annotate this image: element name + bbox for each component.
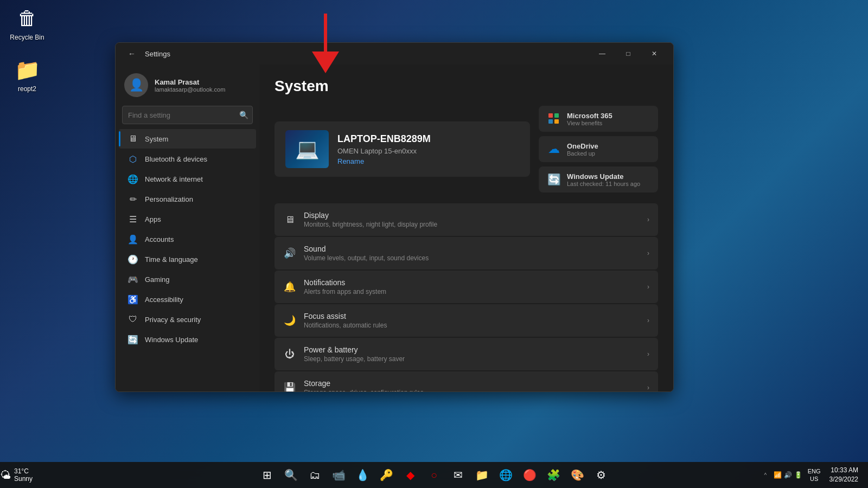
sidebar-label-accounts: Accounts [145,235,174,243]
onedrive-icon: ☁ [546,142,561,157]
weather-temp: 31°C [14,467,33,475]
sidebar-item-personalization[interactable]: ✏ Personalization [119,189,256,209]
settings-window: ← Settings — □ ✕ 👤 Kamal Prasat lamaktas… [115,42,674,392]
system-icon: 🖥 [127,133,138,144]
battery-sys-icon[interactable]: 🔋 [794,471,802,479]
taskbar-mail[interactable]: ✉ [447,464,469,486]
winupdate-title: Windows Update [567,172,640,181]
notifications-desc: Alerts from apps and system [304,288,640,296]
taskbar-clock[interactable]: 10:33 AM 3/29/2022 [826,465,861,485]
user-profile: 👤 Kamal Prasat lamaktasarp@outlook.com [116,65,259,104]
update-icon: 🔄 [127,334,138,345]
network-sys-icon[interactable]: 📶 [774,471,782,479]
sidebar-item-apps[interactable]: ☰ Apps [119,209,256,229]
sound-title: Sound [304,245,640,253]
folder-icon[interactable]: 📁 reopt2 [5,57,49,93]
recycle-bin-icon[interactable]: 🗑 Recycle Bin [5,5,49,41]
gaming-icon: 🎮 [127,274,138,285]
sidebar-label-accessibility: Accessibility [145,296,183,304]
taskbar-steam[interactable]: 🔑 [375,464,397,486]
user-name: Kamal Prasat [155,78,225,86]
taskbar-app1[interactable]: 🧩 [542,464,564,486]
weather-condition: Sunny [14,475,33,483]
ms365-title: Microsoft 365 [567,112,612,120]
quick-card-ms365[interactable]: Microsoft 365 View benefits [539,106,658,132]
sidebar-label-privacy: Privacy & security [145,316,201,324]
sidebar-item-system[interactable]: 🖥 System [119,129,256,149]
taskbar-widgets[interactable]: 🗂 [304,464,326,486]
notifications-title: Notifications [304,278,640,287]
title-bar: ← Settings — □ ✕ [116,43,673,65]
search-input[interactable] [122,106,253,124]
taskbar-teams[interactable]: 📹 [328,464,349,486]
settings-body: 👤 Kamal Prasat lamaktasarp@outlook.com 🔍… [116,65,673,391]
sound-chevron: › [647,249,649,257]
sidebar-label-network: Network & internet [145,175,203,183]
taskbar-dropbox[interactable]: 💧 [352,464,373,486]
sidebar-item-network[interactable]: 🌐 Network & internet [119,169,256,189]
sidebar-label-time: Time & language [145,255,198,264]
settings-item-display[interactable]: 🖥 Display Monitors, brightness, night li… [275,203,658,236]
avatar: 👤 [124,73,148,97]
power-desc: Sleep, battery usage, battery saver [304,355,640,363]
sidebar-label-apps: Apps [145,215,161,223]
sidebar-item-time[interactable]: 🕐 Time & language [119,249,256,269]
taskbar-explorer[interactable]: 📁 [471,464,493,486]
settings-list: 🖥 Display Monitors, brightness, night li… [275,203,658,391]
taskbar-weather[interactable]: 🌤 31°C Sunny [0,467,33,483]
sidebar-item-update[interactable]: 🔄 Windows Update [119,330,256,349]
tray-expand[interactable]: ^ [761,465,770,485]
settings-item-notifications[interactable]: 🔔 Notifications Alerts from apps and sys… [275,271,658,303]
lang-indicator[interactable]: ENG US [806,466,823,484]
sidebar-label-bluetooth: Bluetooth & devices [145,155,207,163]
quick-card-onedrive[interactable]: ☁ OneDrive Backed up [539,136,658,162]
device-rename-link[interactable]: Rename [337,157,431,165]
taskbar-epic[interactable]: ◆ [399,464,421,486]
taskbar-center: ⊞ 🔍 🗂 📹 💧 🔑 ◆ ○ ✉ 📁 🌐 🔴 🧩 🎨 ⚙ [256,464,612,486]
time-icon: 🕐 [127,254,138,265]
focus-chevron: › [647,317,649,324]
device-name: LAPTOP-ENB8289M [337,133,431,145]
taskbar-settings[interactable]: ⚙ [590,464,612,486]
minimize-button[interactable]: — [590,45,615,62]
onedrive-title: OneDrive [567,142,598,150]
settings-item-power[interactable]: ⏻ Power & battery Sleep, battery usage, … [275,338,658,370]
focus-icon: 🌙 [283,314,296,327]
sidebar-item-accounts[interactable]: 👤 Accounts [119,229,256,249]
taskbar-app2[interactable]: 🎨 [566,464,588,486]
start-button[interactable]: ⊞ [256,464,278,486]
back-button[interactable]: ← [124,46,139,61]
sidebar-item-privacy[interactable]: 🛡 Privacy & security [119,310,256,329]
privacy-icon: 🛡 [127,314,138,325]
clock-date: 3/29/2022 [829,475,858,484]
maximize-button[interactable]: □ [616,45,641,62]
taskbar-opera[interactable]: ○ [423,464,445,486]
taskbar-search[interactable]: 🔍 [280,464,302,486]
settings-item-focus[interactable]: 🌙 Focus assist Notifications, automatic … [275,304,658,337]
notifications-icon: 🔔 [283,280,296,293]
winupdate-subtitle: Last checked: 11 hours ago [567,181,640,187]
settings-item-sound[interactable]: 🔊 Sound Volume levels, output, input, so… [275,237,658,269]
quick-cards: Microsoft 365 View benefits ☁ OneDrive B… [539,106,658,192]
storage-chevron: › [647,384,649,391]
power-chevron: › [647,350,649,358]
accounts-icon: 👤 [127,234,138,245]
bluetooth-icon: ⬡ [127,153,138,164]
sidebar-item-bluetooth[interactable]: ⬡ Bluetooth & devices [119,149,256,169]
sidebar: 👤 Kamal Prasat lamaktasarp@outlook.com 🔍… [116,65,259,391]
sound-icon: 🔊 [283,247,296,260]
device-card: 💻 LAPTOP-ENB8289M OMEN Laptop 15-en0xxx … [275,121,530,177]
taskbar-edge[interactable]: 🌐 [495,464,516,486]
sidebar-label-personalization: Personalization [145,195,193,203]
settings-item-storage[interactable]: 💾 Storage Storage space, drives, configu… [275,371,658,391]
window-title: Settings [145,50,170,58]
sidebar-item-gaming[interactable]: 🎮 Gaming [119,269,256,289]
volume-sys-icon[interactable]: 🔊 [784,471,792,479]
sidebar-item-accessibility[interactable]: ♿ Accessibility [119,290,256,309]
taskbar-chrome[interactable]: 🔴 [519,464,540,486]
display-icon: 🖥 [283,213,296,226]
winupdate-icon: 🔄 [546,172,561,187]
quick-card-winupdate[interactable]: 🔄 Windows Update Last checked: 11 hours … [539,166,658,192]
close-button[interactable]: ✕ [642,45,667,62]
desktop: 🗑 Recycle Bin 📁 reopt2 ← Settings [0,0,868,488]
